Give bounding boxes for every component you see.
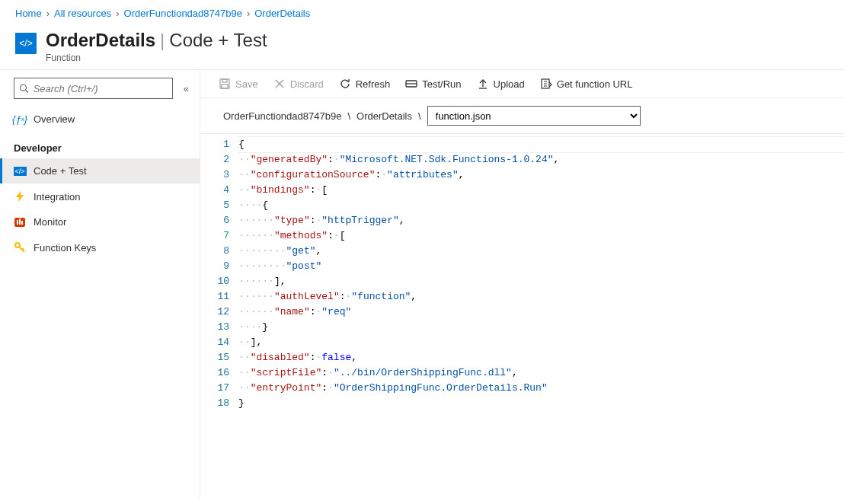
code-line[interactable]: 4··"bindings":·[ (200, 183, 844, 198)
title-name: OrderDetails (46, 30, 155, 51)
button-label: Discard (290, 78, 324, 90)
line-content[interactable]: ······"type":·"httpTrigger", (238, 213, 844, 228)
search-input[interactable] (34, 83, 168, 94)
link-icon (540, 78, 552, 90)
toolbar: Save Discard Refresh Test/Run Upload Get… (200, 70, 844, 98)
sidebar-item-integration[interactable]: Integration (0, 183, 200, 209)
refresh-button[interactable]: Refresh (339, 78, 391, 90)
line-content[interactable]: ····} (238, 320, 844, 335)
line-number: 13 (200, 320, 238, 335)
upload-icon (477, 78, 489, 90)
button-label: Save (235, 78, 258, 90)
path-separator: \ (418, 110, 421, 122)
line-number: 9 (200, 259, 238, 274)
code-line[interactable]: 7······"methods":·[ (200, 228, 844, 244)
line-content[interactable]: ··"bindings":·[ (238, 183, 844, 198)
line-number: 3 (200, 167, 238, 183)
breadcrumb-function-app[interactable]: OrderFunctiondad8747b9e (124, 8, 242, 19)
page-title: OrderDetails | Code + Test (46, 30, 267, 51)
sidebar-item-label: Overview (34, 113, 75, 125)
key-icon (14, 241, 26, 254)
collapse-sidebar-button[interactable]: « (181, 80, 192, 97)
button-label: Test/Run (422, 78, 461, 90)
line-content[interactable]: ··"scriptFile":·"../bin/OrderShippingFun… (238, 365, 844, 381)
upload-button[interactable]: Upload (477, 78, 525, 90)
code-line[interactable]: 1{ (200, 137, 844, 152)
breadcrumb-all-resources[interactable]: All resources (54, 8, 111, 19)
line-content[interactable]: { (238, 137, 844, 152)
code-editor[interactable]: 1{2··"generatedBy":·"Microsoft.NET.Sdk.F… (200, 134, 844, 411)
discard-button[interactable]: Discard (273, 78, 324, 90)
test-run-icon (405, 78, 417, 90)
discard-icon (273, 78, 286, 90)
chevron-right-icon: › (247, 8, 250, 19)
line-content[interactable]: ··"generatedBy":·"Microsoft.NET.Sdk.Func… (238, 152, 844, 167)
save-icon (219, 78, 231, 90)
line-content[interactable]: ··"disabled":·false, (238, 350, 844, 365)
sidebar-section-developer: Developer (0, 132, 200, 158)
line-content[interactable]: ······"name":·"req" (238, 305, 844, 320)
svg-line-1 (26, 90, 28, 92)
code-line[interactable]: 14··], (200, 335, 844, 350)
lightning-icon (14, 190, 26, 203)
get-function-url-button[interactable]: Get function URL (540, 78, 633, 90)
line-content[interactable]: ········"get", (238, 244, 844, 259)
code-line[interactable]: 8········"get", (200, 244, 844, 259)
code-line[interactable]: 15··"disabled":·false, (200, 350, 844, 365)
breadcrumb-home[interactable]: Home (15, 8, 42, 19)
sidebar-item-label: Function Keys (34, 242, 96, 254)
line-content[interactable]: ······"authLevel":·"function", (238, 289, 844, 305)
code-line[interactable]: 10······], (200, 274, 844, 289)
breadcrumb-function[interactable]: OrderDetails (254, 8, 310, 19)
code-line[interactable]: 9········"post" (200, 259, 844, 274)
button-label: Upload (494, 78, 525, 90)
file-path-bar: OrderFunctiondad8747b9e \ OrderDetails \… (200, 98, 844, 134)
title-divider: | (160, 30, 165, 51)
function-icon: {ƒx} (14, 113, 26, 125)
search-icon (19, 83, 29, 94)
code-line[interactable]: 12······"name":·"req" (200, 305, 844, 320)
code-line[interactable]: 13····} (200, 320, 844, 335)
chevron-right-icon: › (46, 8, 50, 19)
code-line[interactable]: 18} (200, 396, 844, 411)
sidebar-item-monitor[interactable]: Monitor (0, 209, 200, 234)
sidebar-item-overview[interactable]: {ƒx} Overview (0, 107, 200, 132)
line-number: 11 (200, 289, 238, 305)
svg-rect-6 (222, 79, 227, 82)
sidebar-item-label: Integration (34, 191, 80, 203)
page-header: </> OrderDetails | Code + Test Function (0, 24, 844, 70)
code-line[interactable]: 5····{ (200, 198, 844, 213)
refresh-icon (339, 78, 351, 90)
code-line[interactable]: 11······"authLevel":·"function", (200, 289, 844, 305)
line-content[interactable]: } (238, 396, 844, 411)
code-line[interactable]: 17··"entryPoint":·"OrderShippingFunc.Ord… (200, 381, 844, 396)
line-number: 10 (200, 274, 238, 289)
line-content[interactable]: ··], (238, 335, 844, 350)
file-select[interactable]: function.json (427, 106, 641, 126)
sidebar-item-code-test[interactable]: </> Code + Test (0, 158, 200, 183)
monitor-icon (14, 218, 26, 227)
line-content[interactable]: ········"post" (238, 259, 844, 274)
test-run-button[interactable]: Test/Run (405, 78, 461, 90)
title-section: Code + Test (169, 30, 267, 51)
code-line[interactable]: 6······"type":·"httpTrigger", (200, 213, 844, 228)
line-number: 6 (200, 213, 238, 228)
line-content[interactable]: ······"methods":·[ (238, 228, 844, 244)
line-content[interactable]: ··"configurationSource":·"attributes", (238, 167, 844, 183)
svg-rect-7 (222, 85, 228, 88)
line-number: 16 (200, 365, 238, 381)
code-line[interactable]: 16··"scriptFile":·"../bin/OrderShippingF… (200, 365, 844, 381)
line-content[interactable]: ··"entryPoint":·"OrderShippingFunc.Order… (238, 381, 844, 396)
line-number: 12 (200, 305, 238, 320)
code-line[interactable]: 2··"generatedBy":·"Microsoft.NET.Sdk.Fun… (200, 152, 844, 167)
line-content[interactable]: ······], (238, 274, 844, 289)
sidebar-search[interactable] (14, 78, 173, 99)
line-content[interactable]: ····{ (238, 198, 844, 213)
svg-point-0 (21, 85, 27, 91)
sidebar-item-function-keys[interactable]: Function Keys (0, 234, 200, 260)
line-number: 1 (200, 137, 238, 152)
sidebar-item-label: Code + Test (34, 165, 87, 177)
save-button[interactable]: Save (219, 78, 258, 90)
code-line[interactable]: 3··"configurationSource":·"attributes", (200, 167, 844, 183)
line-number: 8 (200, 244, 238, 259)
